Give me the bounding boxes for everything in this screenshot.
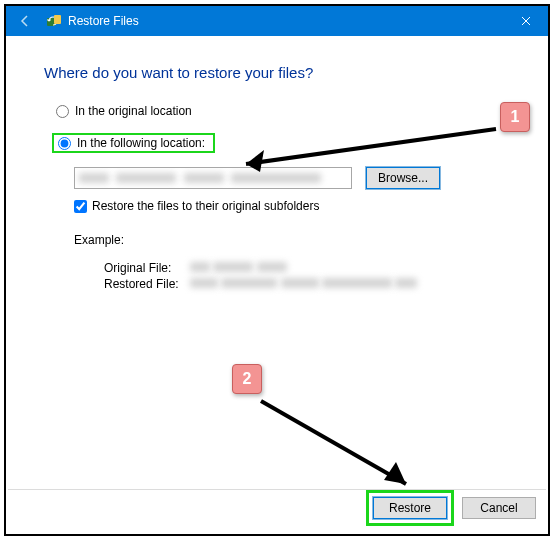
window-title: Restore Files — [68, 14, 139, 28]
back-button[interactable] — [14, 10, 36, 32]
svg-marker-5 — [384, 462, 406, 484]
restore-subfolders-label: Restore the files to their original subf… — [92, 199, 319, 213]
close-button[interactable] — [504, 6, 548, 36]
example-block: Original File: Restored File: — [104, 261, 510, 291]
browse-button-label: Browse... — [378, 171, 428, 185]
restore-subfolders-checkbox[interactable]: Restore the files to their original subf… — [74, 199, 510, 213]
annotation-badge-1: 1 — [500, 102, 530, 132]
radio-following-location[interactable]: In the following location: — [52, 133, 215, 153]
cancel-button[interactable]: Cancel — [462, 497, 536, 519]
restore-button-label: Restore — [389, 501, 431, 515]
restore-highlight: Restore — [366, 490, 454, 526]
radio-following-label: In the following location: — [77, 136, 205, 150]
annotation-badge-2: 2 — [232, 364, 262, 394]
restore-files-icon — [46, 13, 62, 29]
example-restored-value — [190, 277, 417, 291]
radio-original-label: In the original location — [75, 104, 192, 118]
example-heading: Example: — [74, 233, 510, 247]
cancel-button-label: Cancel — [480, 501, 517, 515]
svg-line-4 — [261, 401, 406, 484]
example-original-value — [190, 261, 287, 275]
restore-button[interactable]: Restore — [373, 497, 447, 519]
browse-button[interactable]: Browse... — [366, 167, 440, 189]
restore-subfolders-input[interactable] — [74, 200, 87, 213]
svg-rect-1 — [54, 15, 61, 24]
radio-original-location[interactable]: In the original location — [52, 103, 196, 119]
path-input[interactable] — [74, 167, 352, 189]
titlebar: Restore Files — [6, 6, 548, 36]
example-restored-label: Restored File: — [104, 277, 190, 291]
radio-original-input[interactable] — [56, 105, 69, 118]
example-original-label: Original File: — [104, 261, 190, 275]
radio-following-input[interactable] — [58, 137, 71, 150]
page-heading: Where do you want to restore your files? — [44, 64, 510, 81]
